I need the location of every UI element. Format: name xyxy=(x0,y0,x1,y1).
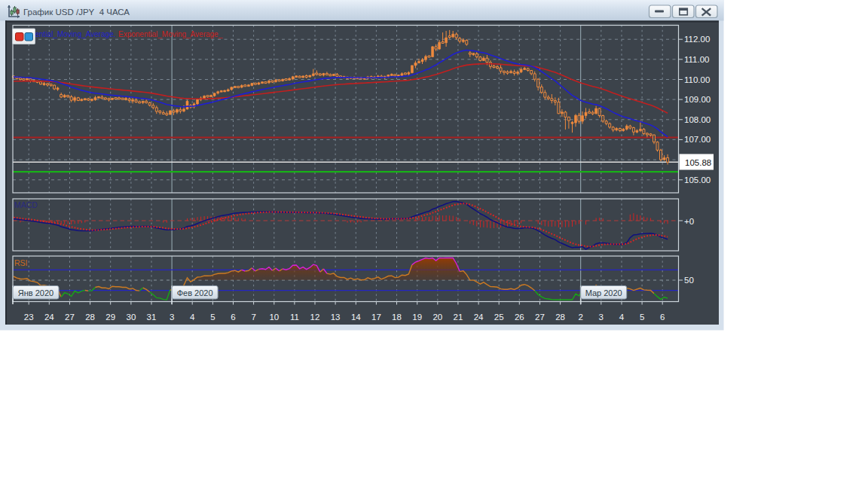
svg-text:109.00: 109.00 xyxy=(684,95,711,104)
svg-text:108.00: 108.00 xyxy=(684,115,711,124)
svg-text:105.88: 105.88 xyxy=(685,158,711,167)
svg-text:18: 18 xyxy=(392,313,402,322)
svg-text:RSI: RSI xyxy=(14,258,28,267)
svg-text:105.00: 105.00 xyxy=(684,175,711,185)
svg-text:25: 25 xyxy=(494,313,504,322)
svg-text:27: 27 xyxy=(65,313,75,322)
svg-text:27: 27 xyxy=(535,313,545,322)
svg-text:17: 17 xyxy=(371,313,381,322)
svg-text:6: 6 xyxy=(660,313,665,322)
svg-text:График USD /JPY 4 ЧАСА: График USD /JPY 4 ЧАСА xyxy=(23,8,130,17)
svg-text:6: 6 xyxy=(231,313,235,322)
svg-text:14: 14 xyxy=(351,313,361,322)
svg-text:+0: +0 xyxy=(684,217,694,226)
svg-text:3: 3 xyxy=(599,313,604,322)
svg-text:4: 4 xyxy=(190,313,195,322)
svg-text:31: 31 xyxy=(147,313,157,322)
svg-text:19: 19 xyxy=(412,313,422,322)
svg-text:20: 20 xyxy=(432,313,442,322)
svg-text:28: 28 xyxy=(85,313,95,322)
svg-text:111.00: 111.00 xyxy=(684,55,709,64)
svg-text:23: 23 xyxy=(24,313,34,322)
svg-text:12: 12 xyxy=(310,313,320,322)
svg-text:ential_Moving_Average.: ential_Moving_Average. xyxy=(35,30,116,38)
svg-text:5: 5 xyxy=(210,313,215,322)
svg-text:50: 50 xyxy=(684,276,694,285)
svg-text:Фев 2020: Фев 2020 xyxy=(177,288,213,297)
svg-text:24: 24 xyxy=(44,313,54,322)
svg-text:29: 29 xyxy=(105,313,115,322)
svg-text:13: 13 xyxy=(331,313,341,322)
svg-text:110.00: 110.00 xyxy=(684,75,710,84)
svg-text:24: 24 xyxy=(474,313,484,322)
svg-text:Янв 2020: Янв 2020 xyxy=(18,288,53,297)
svg-text:MACD: MACD xyxy=(14,200,38,209)
svg-text:5: 5 xyxy=(640,313,644,322)
svg-text:28: 28 xyxy=(555,313,565,322)
svg-text:7: 7 xyxy=(251,313,255,322)
svg-text:107.00: 107.00 xyxy=(684,135,711,144)
svg-text:2: 2 xyxy=(578,313,582,322)
svg-text:Мар 2020: Мар 2020 xyxy=(585,288,622,297)
svg-text:11: 11 xyxy=(290,313,299,322)
svg-text:112.00: 112.00 xyxy=(684,35,710,44)
svg-text:Exponential_Moving_Average_: Exponential_Moving_Average_ xyxy=(118,30,223,38)
svg-text:30: 30 xyxy=(127,313,136,322)
svg-text:10: 10 xyxy=(269,313,279,322)
svg-text:21: 21 xyxy=(454,313,463,322)
svg-text:4: 4 xyxy=(619,313,625,322)
svg-text:26: 26 xyxy=(515,313,524,322)
svg-text:3: 3 xyxy=(170,313,174,322)
